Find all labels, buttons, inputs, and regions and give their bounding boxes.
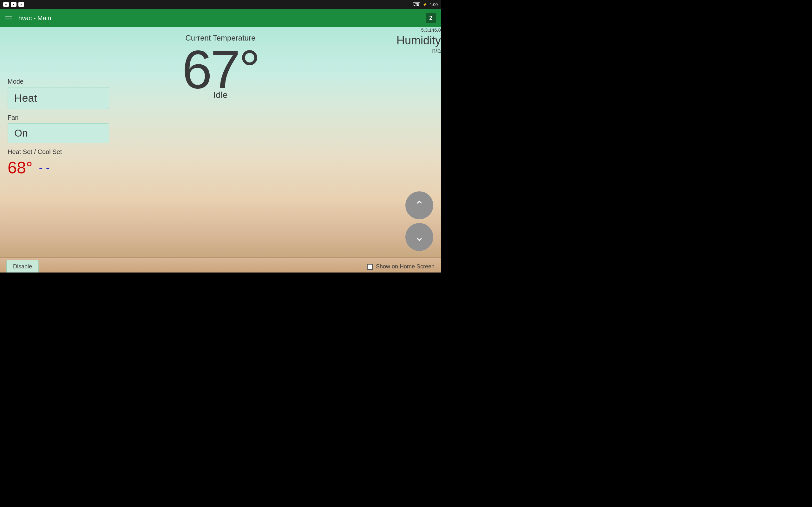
- left-controls: Mode Heat Fan On Heat Set / Cool Set 68°…: [8, 78, 109, 177]
- app-icon-2: ●: [11, 2, 16, 7]
- status-bar-right: LTE ⚡ 1:00: [413, 2, 438, 7]
- disable-button[interactable]: Disable: [6, 260, 39, 273]
- app-bar: hvac - Main 2: [0, 9, 441, 27]
- cool-set-value: - -: [39, 161, 50, 174]
- show-home-checkbox[interactable]: [367, 264, 373, 270]
- app-bar-left: hvac - Main: [5, 14, 51, 22]
- mode-value: Heat: [14, 92, 37, 104]
- mode-label: Mode: [8, 78, 109, 85]
- fan-value: On: [14, 127, 28, 139]
- status-bar-left: A ● A: [3, 2, 24, 7]
- status-text: Idle: [213, 90, 227, 100]
- chevron-up-icon: ⌃: [415, 200, 424, 211]
- home-screen-section: Show on Home Screen: [367, 263, 435, 270]
- temp-up-button[interactable]: ⌃: [405, 191, 433, 219]
- hamburger-line-2: [5, 18, 12, 18]
- clock: 1:00: [430, 2, 438, 7]
- show-home-label: Show on Home Screen: [376, 263, 435, 270]
- bottom-bar: Disable Show on Home Screen: [0, 257, 441, 273]
- heat-cool-section: Heat Set / Cool Set 68° - -: [8, 148, 109, 177]
- hamburger-line-3: [5, 20, 12, 20]
- temp-down-button[interactable]: ⌄: [405, 223, 433, 251]
- app-icon-3: A: [18, 2, 24, 7]
- battery-icon: ⚡: [423, 3, 427, 7]
- app-title: hvac - Main: [18, 14, 51, 22]
- fan-label: Fan: [8, 114, 109, 121]
- app-icon-1: A: [3, 2, 9, 7]
- mode-box[interactable]: Heat: [8, 87, 109, 109]
- status-bar: A ● A LTE ⚡ 1:00: [0, 0, 441, 9]
- hamburger-line-1: [5, 16, 12, 16]
- lte-icon: LTE: [413, 2, 420, 7]
- fan-box[interactable]: On: [8, 123, 109, 143]
- current-temp-value: 67°: [182, 43, 259, 96]
- version-text: 5.3.146.0: [397, 27, 441, 33]
- heat-cool-label: Heat Set / Cool Set: [8, 148, 109, 156]
- right-controls: ⌃ ⌄: [405, 191, 433, 251]
- main-content: 5.3.146.0 Humidity n/a Current Temperatu…: [0, 27, 441, 257]
- hamburger-menu[interactable]: [5, 16, 12, 20]
- notification-badge[interactable]: 2: [426, 13, 436, 23]
- heat-cool-values: 68° - -: [8, 158, 109, 177]
- chevron-down-icon: ⌄: [415, 231, 424, 243]
- heat-set-value: 68°: [8, 158, 33, 177]
